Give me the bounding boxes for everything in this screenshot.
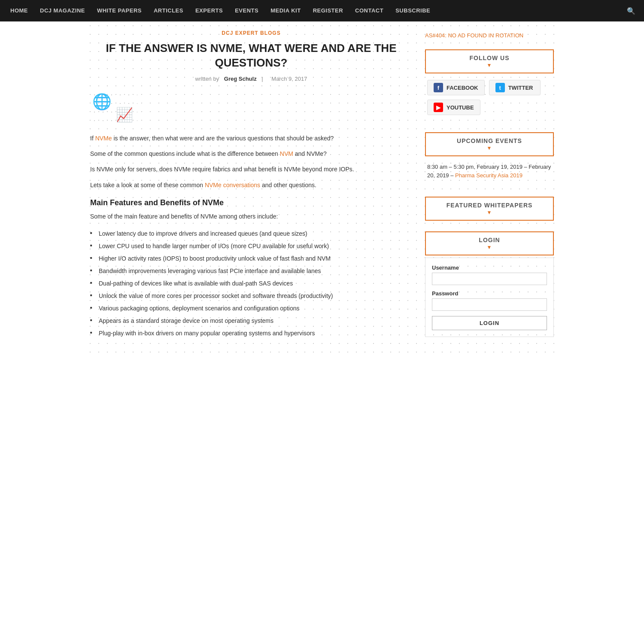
- ad-placeholder: AS#404: NO AD FOUND IN ROTATION: [425, 30, 554, 41]
- written-by-text: written by: [195, 76, 219, 82]
- login-section: LOGIN Username Password LOGIN: [425, 231, 554, 337]
- nav-white-papers[interactable]: WHITE PAPERS: [91, 0, 148, 21]
- events-header: UPCOMING EVENTS: [425, 132, 554, 156]
- section-intro: Some of the main feature and benefits of…: [90, 212, 412, 221]
- youtube-label: YOUTUBE: [447, 104, 474, 111]
- username-label: Username: [432, 264, 547, 271]
- list-item: Various packaging options, deployment sc…: [90, 302, 412, 315]
- whitepapers-section: FEATURED WHITEPAPERS: [425, 197, 554, 221]
- intro-para-2: Some of the common questions include wha…: [90, 149, 412, 158]
- nav-articles[interactable]: ARTICLES: [148, 0, 189, 21]
- nvm-link[interactable]: NVM: [280, 150, 293, 157]
- intro-para-1: If NVMe is the answer, then what were an…: [90, 134, 412, 143]
- nav-contact[interactable]: CONTACT: [349, 0, 389, 21]
- follow-us-header: FOLLOW US: [425, 49, 554, 73]
- search-icon[interactable]: 🔍: [623, 7, 640, 15]
- twitter-button[interactable]: t TWITTER: [489, 80, 541, 95]
- list-item: Plug-play with in-box drivers on many po…: [90, 327, 412, 340]
- social-buttons: f FACEBOOK t TWITTER ▶ YOUTUBE: [425, 73, 554, 122]
- follow-us-section: FOLLOW US f FACEBOOK t TWITTER ▶ YOUTUBE: [425, 49, 554, 122]
- youtube-button[interactable]: ▶ YOUTUBE: [427, 100, 480, 115]
- sidebar: AS#404: NO AD FOUND IN ROTATION FOLLOW U…: [425, 30, 554, 348]
- article-title: IF THE ANSWER IS NVME, WHAT WERE AND ARE…: [90, 41, 412, 70]
- event-item: 8:30 am – 5:30 pm, February 19, 2019 – F…: [427, 163, 552, 179]
- list-item: Lower latency due to improve drivers and…: [90, 228, 412, 240]
- youtube-icon: ▶: [434, 103, 443, 112]
- main-nav: HOME DCJ MAGAZINE WHITE PAPERS ARTICLES …: [0, 0, 644, 21]
- event-link[interactable]: Pharma Security Asia 2019: [455, 172, 522, 179]
- blog-label: DCJ EXPERT BLOGS: [90, 30, 412, 36]
- meta-separator: |: [261, 76, 264, 82]
- twitter-icon: t: [495, 83, 505, 92]
- features-list: Lower latency due to improve drivers and…: [90, 228, 412, 340]
- list-item: Lower CPU used to handle larger number o…: [90, 240, 412, 252]
- nvme-conv-link[interactable]: NVMe conversations: [205, 182, 260, 188]
- facebook-button[interactable]: f FACEBOOK: [427, 80, 485, 95]
- article-meta: written by Greg Schulz | March 9, 2017: [90, 76, 412, 82]
- whitepapers-header: FEATURED WHITEPAPERS: [425, 197, 554, 221]
- events-section: UPCOMING EVENTS 8:30 am – 5:30 pm, Febru…: [425, 132, 554, 186]
- password-input[interactable]: [432, 298, 547, 311]
- facebook-icon: f: [434, 83, 443, 92]
- login-header: LOGIN: [425, 231, 554, 255]
- article-image: [90, 91, 137, 125]
- list-item: Higher I/O activity rates (IOPS) to boos…: [90, 252, 412, 265]
- nav-subscribe[interactable]: SUBSCRIBE: [389, 0, 436, 21]
- section-heading: Main Features and Benefits of NVMe: [90, 198, 412, 207]
- nav-media-kit[interactable]: MEDIA KIT: [264, 0, 307, 21]
- nav-experts[interactable]: EXPERTS: [189, 0, 229, 21]
- main-content: DCJ EXPERT BLOGS IF THE ANSWER IS NVME, …: [90, 30, 412, 348]
- nav-events[interactable]: EVENTS: [229, 0, 264, 21]
- article-date: March 9, 2017: [271, 76, 307, 82]
- facebook-label: FACEBOOK: [447, 85, 478, 91]
- list-item: Bandwidth improvements leveraging variou…: [90, 265, 412, 277]
- article-body: If NVMe is the answer, then what were an…: [90, 134, 412, 340]
- password-label: Password: [432, 290, 547, 297]
- username-input[interactable]: [432, 273, 547, 285]
- intro-para-4: Lets take a look at some of these common…: [90, 180, 412, 190]
- intro-para-3: Is NVMe only for servers, does NVMe requ…: [90, 164, 412, 174]
- nvme-link-1[interactable]: NVMe: [95, 135, 112, 142]
- nav-dcj-magazine[interactable]: DCJ MAGAZINE: [34, 0, 91, 21]
- author-link[interactable]: Greg Schulz: [224, 76, 257, 82]
- login-box: Username Password LOGIN: [425, 258, 554, 337]
- list-item: Dual-pathing of devices like what is ava…: [90, 277, 412, 290]
- events-content: 8:30 am – 5:30 pm, February 19, 2019 – F…: [425, 156, 554, 186]
- list-item: Appears as a standard storage device on …: [90, 315, 412, 327]
- nav-register[interactable]: REGISTER: [307, 0, 349, 21]
- nav-home[interactable]: HOME: [4, 0, 34, 21]
- twitter-label: TWITTER: [508, 85, 533, 91]
- login-button[interactable]: LOGIN: [432, 316, 547, 330]
- list-item: Unlock the value of more cores per proce…: [90, 290, 412, 302]
